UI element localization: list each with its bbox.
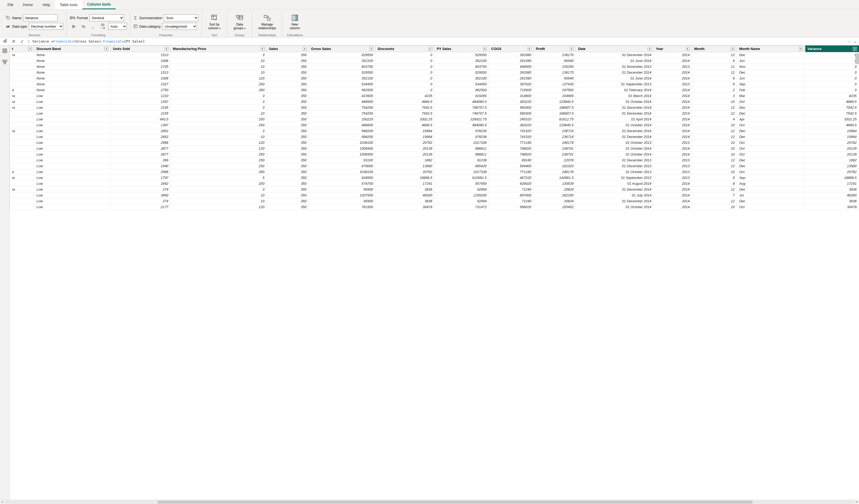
cell[interactable]: Dec	[737, 187, 805, 193]
cell[interactable]: 1797	[110, 175, 171, 181]
cell[interactable]: 350	[267, 87, 309, 93]
cell[interactable]: 136170	[533, 70, 576, 76]
cell[interactable]: 352100	[309, 58, 375, 64]
cell[interactable]: Dec	[737, 157, 805, 163]
cell[interactable]: 30478	[375, 204, 435, 210]
cell[interactable]: 2014	[654, 204, 692, 210]
cell[interactable]: 01 September 2013	[576, 81, 654, 87]
cell[interactable]: 986811	[434, 152, 489, 157]
cell[interactable]: 250	[171, 81, 267, 87]
cell[interactable]: 350	[267, 93, 309, 99]
cell[interactable]	[10, 81, 34, 87]
cell[interactable]: 250	[171, 152, 267, 157]
cell[interactable]: 419265	[434, 93, 489, 99]
cell[interactable]: 01 June 2014	[576, 58, 654, 64]
cell[interactable]: 20762	[805, 169, 859, 175]
filter-dropdown-icon[interactable]: ▾	[369, 47, 373, 51]
cell[interactable]: 754250	[309, 105, 375, 111]
cell[interactable]: 4889.5	[805, 122, 859, 128]
cell[interactable]: Jul	[737, 193, 805, 198]
cell[interactable]: 69160	[489, 157, 533, 163]
cell[interactable]: 01 October 2014	[576, 122, 654, 128]
table-row[interactable]: Low13972503504889504889.5484060.53632201…	[10, 122, 859, 128]
table-row[interactable]: Low2177120350761950304787314725660201654…	[10, 204, 859, 210]
cell[interactable]: 2014	[654, 52, 692, 58]
table-row[interactable]: Low2155103507542507542.5746707.556030018…	[10, 111, 859, 117]
cell[interactable]: 01 December 2014	[576, 187, 654, 193]
cell[interactable]: 978236	[434, 134, 489, 140]
cell[interactable]: ra	[10, 99, 34, 105]
cell[interactable]: Low	[34, 152, 110, 157]
cell[interactable]: 01 October 2013	[576, 169, 654, 175]
cell[interactable]: 1006950	[309, 146, 375, 152]
cell[interactable]: 81612.75	[533, 117, 576, 122]
cell[interactable]: 746707.5	[434, 111, 489, 117]
column-header[interactable]: Gross Sales▾	[309, 46, 375, 52]
table-row[interactable]: raLow28523350998200199649782367415202367…	[10, 128, 859, 134]
cell[interactable]: 10	[171, 193, 267, 198]
cell[interactable]: Low	[34, 140, 110, 146]
table-row[interactable]: Low2877120350100695020139986811748020238…	[10, 146, 859, 152]
cell[interactable]: 01 October 2014	[576, 99, 654, 105]
cell[interactable]: 998200	[309, 134, 375, 140]
cell[interactable]: 12	[692, 111, 737, 117]
cell[interactable]: 4889.5	[375, 122, 435, 128]
cell[interactable]: 746707.5	[434, 105, 489, 111]
cell[interactable]: 314600	[489, 93, 533, 99]
cell[interactable]: 2155	[110, 105, 171, 111]
cell[interactable]: 3302.25	[375, 117, 435, 122]
cell[interactable]: 350	[267, 52, 309, 58]
column-header[interactable]: Sales▾	[267, 46, 309, 52]
cell[interactable]: 2014	[654, 187, 692, 193]
cell[interactable]: 603750	[309, 64, 375, 70]
cell[interactable]: Low	[34, 111, 110, 117]
cell[interactable]: 0	[805, 76, 859, 81]
cell[interactable]: 534450	[309, 81, 375, 87]
table-row[interactable]: None100612035035210003521002615609054001…	[10, 76, 859, 81]
cell[interactable]: None	[34, 70, 110, 76]
cell[interactable]: 120	[171, 146, 267, 152]
filter-dropdown-icon[interactable]: ▾	[261, 47, 265, 51]
cell[interactable]: 18868.5	[375, 175, 435, 181]
cell[interactable]	[10, 157, 34, 163]
column-header[interactable]: Discounts▾	[375, 46, 435, 52]
cell[interactable]: 2013	[654, 175, 692, 181]
cell[interactable]: 350	[267, 187, 309, 193]
cell[interactable]: 2014	[654, 193, 692, 198]
cell[interactable]: 12	[692, 163, 737, 169]
cell[interactable]: Low	[34, 163, 110, 169]
cell[interactable]: 2014	[654, 128, 692, 134]
cell[interactable]: 467220	[489, 175, 533, 181]
cell[interactable]: 6	[692, 58, 737, 64]
cell[interactable]: 90540	[533, 76, 576, 81]
cell[interactable]: 01 August 2014	[576, 181, 654, 187]
column-header[interactable]: COGS▾	[489, 46, 533, 52]
cell[interactable]: 250	[171, 157, 267, 163]
cell[interactable]: 4235	[805, 93, 859, 99]
cell[interactable]: 2877	[110, 152, 171, 157]
cell[interactable]: 352100	[434, 76, 489, 81]
cell[interactable]: 247500	[533, 87, 576, 93]
cell[interactable]: 236716	[533, 128, 576, 134]
table-row[interactable]: Low2741035095900383692064712402082401 De…	[10, 198, 859, 204]
cell[interactable]: 1862	[805, 157, 859, 163]
commit-formula-button[interactable]: ✓	[19, 39, 25, 44]
cell[interactable]: 393380	[489, 70, 533, 76]
cell[interactable]: 4235	[375, 93, 435, 99]
cell[interactable]: 01 December 2013	[576, 157, 654, 163]
cell[interactable]: 665420	[434, 163, 489, 169]
cell[interactable]: 978236	[434, 128, 489, 134]
cell[interactable]: 01 July 2014	[576, 193, 654, 198]
cell[interactable]: 01 December 2014	[576, 70, 654, 76]
cell[interactable]: 741520	[489, 128, 533, 134]
formula-input[interactable]: 1 Variance = Financials[Gross Sales] - F…	[28, 39, 845, 43]
cell[interactable]: 236716	[533, 134, 576, 140]
cell[interactable]: ia	[10, 175, 34, 181]
cell[interactable]: 20139	[375, 146, 435, 152]
cell[interactable]: a	[10, 87, 34, 93]
cell[interactable]: 350	[267, 117, 309, 122]
cell[interactable]: 2013	[654, 140, 692, 146]
cell[interactable]: 3	[171, 128, 267, 134]
thousands-button[interactable]: ,	[89, 23, 97, 30]
cell[interactable]: 2013	[654, 157, 692, 163]
